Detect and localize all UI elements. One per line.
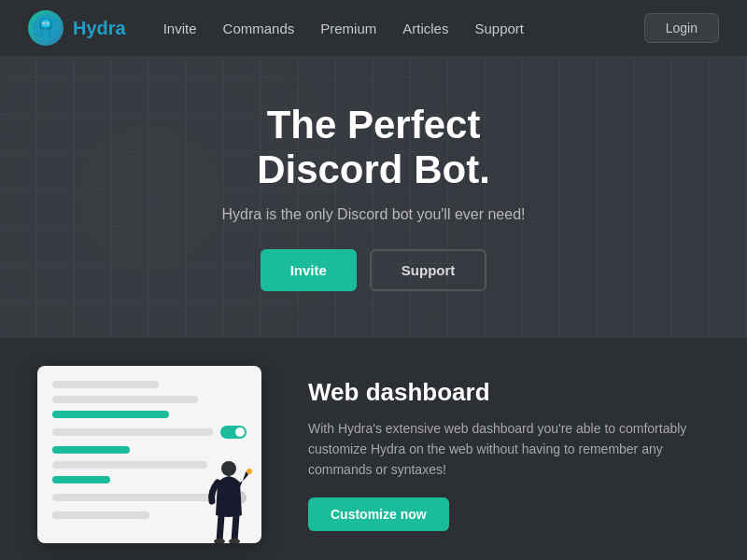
dash-toggle-row-1	[52, 426, 247, 439]
hero-section: The Perfect Discord Bot. Hydra is the on…	[0, 56, 747, 338]
hero-buttons: Invite Support	[261, 249, 487, 291]
dash-line-3	[52, 411, 169, 418]
dash-line-5	[52, 461, 207, 469]
nav-links: Invite Commands Premium Articles Support	[163, 21, 616, 36]
person-figure	[201, 459, 252, 543]
navbar: Hydra Invite Commands Premium Articles S…	[0, 0, 747, 56]
nav-articles[interactable]: Articles	[402, 21, 448, 36]
svg-point-10	[247, 469, 252, 474]
nav-invite[interactable]: Invite	[163, 21, 197, 36]
features-section: Web dashboard With Hydra's extensive web…	[0, 338, 747, 560]
toggle-line	[52, 428, 213, 436]
login-button[interactable]: Login	[644, 13, 719, 43]
dashboard-illustration	[37, 366, 261, 543]
svg-point-8	[214, 539, 225, 543]
invite-button[interactable]: Invite	[261, 249, 357, 291]
dash-line-7	[52, 511, 149, 519]
customize-button[interactable]: Customize now	[308, 497, 449, 531]
nav-premium[interactable]: Premium	[320, 21, 376, 36]
dash-line-4	[52, 446, 130, 454]
dash-line-6	[52, 476, 110, 483]
support-button[interactable]: Support	[370, 249, 487, 291]
hero-subtitle: Hydra is the only Discord bot you'll eve…	[222, 206, 526, 223]
dash-line-1	[52, 381, 159, 388]
brand-logo	[28, 10, 63, 46]
nav-commands[interactable]: Commands	[223, 21, 295, 36]
brand-link[interactable]: Hydra	[28, 10, 126, 46]
feature-description: With Hydra's extensive web dashboard you…	[308, 418, 710, 481]
feature-title: Web dashboard	[308, 378, 710, 407]
hero-title: The Perfect Discord Bot.	[257, 103, 490, 193]
feature-text: Web dashboard With Hydra's extensive web…	[308, 378, 710, 531]
dash-toggle-1	[220, 426, 247, 439]
brand-name: Hydra	[73, 18, 126, 39]
toggle-line-2	[52, 494, 213, 501]
svg-point-6	[47, 22, 48, 23]
svg-point-7	[221, 461, 236, 476]
svg-point-9	[229, 539, 240, 543]
svg-point-5	[43, 22, 44, 23]
nav-support[interactable]: Support	[474, 21, 524, 36]
dash-line-2	[52, 396, 198, 403]
